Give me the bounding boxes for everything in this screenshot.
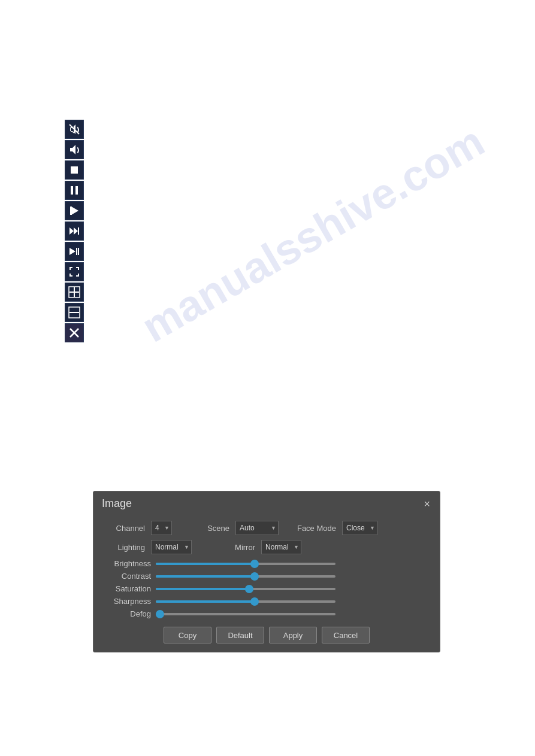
stop-icon: [68, 164, 80, 176]
contrast-track: [156, 575, 335, 578]
next-button[interactable]: [65, 242, 84, 261]
channel-select[interactable]: 4 1 2 3: [151, 521, 172, 535]
toolbar: [65, 120, 84, 342]
close-x-button[interactable]: [65, 323, 84, 342]
fast-forward-icon: [68, 225, 80, 237]
close-x-icon: [68, 327, 80, 339]
fullscreen-icon: [68, 266, 80, 278]
channel-select-wrapper[interactable]: 4 1 2 3: [151, 521, 172, 535]
svg-rect-10: [76, 248, 77, 255]
play-icon: [68, 205, 80, 217]
svg-marker-6: [69, 227, 74, 235]
sharpness-row: Sharpness: [103, 597, 430, 606]
dialog-title: Image: [102, 497, 132, 510]
fast-forward-button[interactable]: [65, 221, 84, 241]
dialog-close-button[interactable]: ×: [422, 499, 431, 509]
svg-marker-9: [69, 248, 75, 255]
svg-rect-3: [75, 186, 78, 195]
zoom-out-button[interactable]: [65, 303, 84, 322]
defog-track: [156, 613, 335, 615]
channel-label: Channel: [103, 524, 145, 533]
volume-button[interactable]: [65, 140, 84, 159]
channel-row: Channel 4 1 2 3 Scene Auto Indoor Outdoo…: [103, 521, 430, 535]
sharpness-thumb[interactable]: [250, 597, 259, 606]
brightness-fill: [156, 563, 255, 565]
lighting-label: Lighting: [103, 543, 145, 552]
saturation-fill: [156, 588, 249, 590]
svg-rect-13: [74, 287, 75, 297]
sharpness-fill: [156, 600, 255, 603]
mirror-label: Mirror: [213, 543, 255, 552]
svg-marker-4: [71, 207, 78, 215]
pause-button[interactable]: [65, 181, 84, 200]
lighting-row: Lighting Normal Auto Manual Mirror Norma…: [103, 540, 430, 554]
brightness-track: [156, 563, 335, 565]
defog-row: Defog: [103, 609, 430, 618]
saturation-track: [156, 588, 335, 590]
defog-thumb[interactable]: [156, 610, 164, 618]
scene-label: Scene: [188, 524, 229, 533]
zoom-out-icon: [68, 306, 80, 318]
svg-rect-2: [71, 186, 73, 195]
contrast-thumb[interactable]: [250, 572, 259, 581]
copy-button[interactable]: Copy: [164, 627, 211, 643]
zoom-in-icon: [68, 286, 80, 298]
zoom-in-button[interactable]: [65, 283, 84, 302]
volume-icon: [68, 144, 80, 156]
dialog-titlebar: Image ×: [93, 491, 440, 515]
saturation-thumb[interactable]: [245, 585, 253, 593]
face-mode-select[interactable]: Close Open: [342, 521, 377, 535]
scene-select[interactable]: Auto Indoor Outdoor: [235, 521, 279, 535]
button-row: Copy Default Apply Cancel: [103, 627, 430, 643]
fullscreen-button[interactable]: [65, 262, 84, 281]
mute-icon: [68, 123, 80, 135]
default-button[interactable]: Default: [216, 627, 264, 643]
dialog-body: Channel 4 1 2 3 Scene Auto Indoor Outdoo…: [93, 515, 440, 652]
saturation-row: Saturation: [103, 584, 430, 593]
watermark: manualsshive.com: [134, 116, 492, 351]
brightness-label: Brightness: [103, 559, 151, 568]
cancel-button[interactable]: Cancel: [322, 627, 370, 643]
next-icon: [68, 245, 80, 257]
saturation-label: Saturation: [103, 584, 151, 593]
mirror-select-wrapper[interactable]: Normal Flip Mirror 180°: [261, 540, 301, 554]
svg-rect-1: [71, 166, 78, 174]
contrast-fill: [156, 575, 255, 578]
stop-button[interactable]: [65, 160, 84, 180]
svg-rect-5: [70, 207, 72, 215]
scene-select-wrapper[interactable]: Auto Indoor Outdoor: [235, 521, 279, 535]
svg-rect-11: [78, 248, 79, 255]
svg-marker-7: [74, 227, 78, 235]
sharpness-track: [156, 600, 335, 603]
play-button[interactable]: [65, 201, 84, 220]
contrast-row: Contrast: [103, 572, 430, 581]
defog-label: Defog: [103, 609, 151, 618]
brightness-row: Brightness: [103, 559, 430, 568]
face-mode-select-wrapper[interactable]: Close Open: [342, 521, 377, 535]
face-mode-label: Face Mode: [288, 524, 336, 533]
contrast-label: Contrast: [103, 572, 151, 581]
sharpness-label: Sharpness: [103, 597, 151, 606]
brightness-thumb[interactable]: [250, 560, 259, 568]
apply-button[interactable]: Apply: [269, 627, 317, 643]
mirror-select[interactable]: Normal Flip Mirror 180°: [261, 540, 301, 554]
image-dialog: Image × Channel 4 1 2 3 Scene Auto Indoo…: [93, 491, 440, 652]
svg-rect-15: [69, 312, 79, 313]
lighting-select-wrapper[interactable]: Normal Auto Manual: [151, 540, 192, 554]
pause-icon: [68, 184, 80, 196]
lighting-select[interactable]: Normal Auto Manual: [151, 540, 192, 554]
mute-button[interactable]: [65, 120, 84, 139]
svg-rect-8: [78, 227, 79, 235]
